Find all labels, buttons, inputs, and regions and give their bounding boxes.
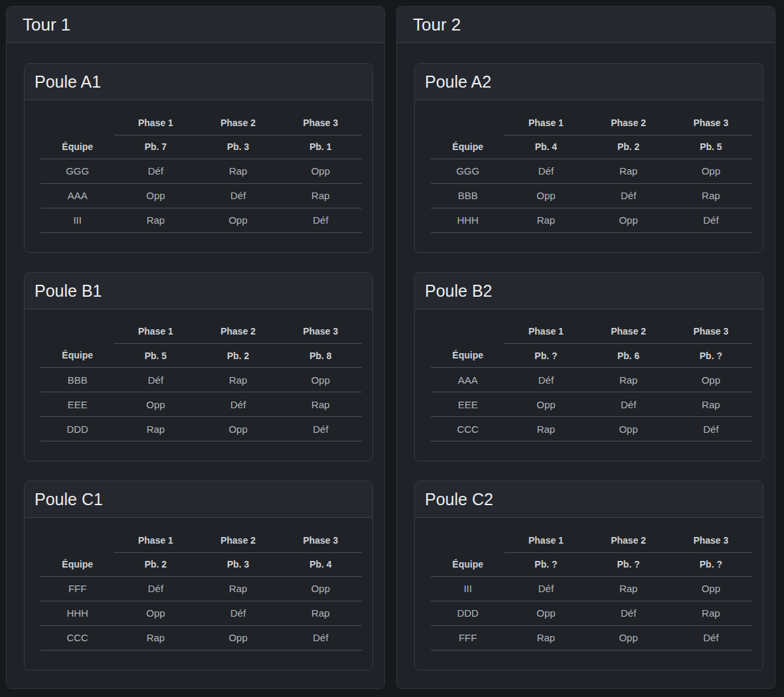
phase-cell: Rap xyxy=(279,392,362,417)
phase-cell: Opp xyxy=(670,368,752,392)
phase-cell: Déf xyxy=(279,208,362,232)
tour-panel-1: Tour 1 Poule A1 Phase 1 Phase 2 Phase 3 xyxy=(6,6,385,689)
phase-header-cell: Phase 1 xyxy=(505,111,587,135)
table-row: BBB Opp Déf Rap xyxy=(431,183,752,208)
phase-cell: Opp xyxy=(588,625,670,650)
phase-cell: Déf xyxy=(197,392,279,417)
phase-cell: Rap xyxy=(670,183,752,208)
tour-body: Poule A2 Phase 1 Phase 2 Phase 3 xyxy=(397,43,775,689)
equipe-header-cell: Équipe xyxy=(40,135,114,159)
table-row: CCC Rap Opp Déf xyxy=(40,625,362,650)
tour-title: Tour 1 xyxy=(23,14,368,35)
equipe-header-cell: Équipe xyxy=(40,552,114,576)
poule-card-header: Poule A2 xyxy=(415,64,763,100)
poule-card-c2: Poule C2 Phase 1 Phase 2 Phase 3 xyxy=(414,481,763,670)
team-cell: HHH xyxy=(431,208,505,232)
table-row: III Déf Rap Opp xyxy=(431,576,752,601)
tour-header: Tour 2 xyxy=(397,7,775,43)
table-row: DDD Opp Déf Rap xyxy=(431,601,752,625)
team-cell: BBB xyxy=(431,183,505,208)
team-cell: EEE xyxy=(431,392,505,417)
poule-title: Poule C1 xyxy=(35,489,362,510)
empty-header-cell xyxy=(431,320,505,344)
phase-cell: Rap xyxy=(588,368,670,392)
pb-header-cell: Pb. 8 xyxy=(279,344,362,368)
team-cell: EEE xyxy=(40,392,114,417)
schedule-table: Phase 1 Phase 2 Phase 3 Équipe Pb. ? Pb.… xyxy=(431,320,752,442)
pb-header-cell: Pb. 5 xyxy=(114,344,196,368)
phase-cell: Opp xyxy=(279,368,362,392)
equipe-header-cell: Équipe xyxy=(431,552,505,576)
pb-header-cell: Pb. ? xyxy=(670,552,752,576)
table-row: BBB Déf Rap Opp xyxy=(40,368,362,392)
poule-card-c1: Poule C1 Phase 1 Phase 2 Phase 3 xyxy=(24,481,373,670)
phase-cell: Rap xyxy=(279,601,362,625)
pb-header-row: Équipe Pb. 2 Pb. 3 Pb. 4 xyxy=(40,552,362,576)
phase-cell: Opp xyxy=(505,601,587,625)
poule-title: Poule A2 xyxy=(425,71,753,92)
poule-card-a2: Poule A2 Phase 1 Phase 2 Phase 3 xyxy=(414,63,763,253)
equipe-header-cell: Équipe xyxy=(431,135,505,159)
pb-header-row: Équipe Pb. 4 Pb. 2 Pb. 5 xyxy=(431,135,752,159)
phase-header-cell: Phase 2 xyxy=(588,111,670,135)
phase-header-cell: Phase 1 xyxy=(505,528,587,552)
phase-cell: Déf xyxy=(505,368,587,392)
poule-card-header: Poule B1 xyxy=(25,273,372,309)
phase-cell: Rap xyxy=(505,208,587,232)
table-row: FFF Rap Opp Déf xyxy=(431,625,752,650)
tour-panel-2: Tour 2 Poule A2 Phase 1 Phase 2 Phase 3 xyxy=(396,6,775,689)
team-cell: III xyxy=(431,576,505,601)
team-cell: FFF xyxy=(40,576,114,601)
phase-cell: Opp xyxy=(505,183,587,208)
empty-header-cell xyxy=(40,320,114,344)
phase-cell: Rap xyxy=(197,159,279,183)
phase-cell: Déf xyxy=(588,601,670,625)
team-cell: BBB xyxy=(40,368,114,392)
pb-header-cell: Pb. 2 xyxy=(197,344,279,368)
team-cell: HHH xyxy=(40,601,114,625)
equipe-header-cell: Équipe xyxy=(431,344,505,368)
table-row: GGG Déf Rap Opp xyxy=(431,159,752,183)
empty-header-cell xyxy=(40,528,114,552)
pb-header-cell: Pb. ? xyxy=(505,552,587,576)
schedule-table: Phase 1 Phase 2 Phase 3 Équipe Pb. ? Pb.… xyxy=(431,528,752,651)
pb-header-cell: Pb. 2 xyxy=(588,135,670,159)
phase-cell: Opp xyxy=(588,208,670,232)
pb-header-cell: Pb. 6 xyxy=(588,344,670,368)
phase-header-row: Phase 1 Phase 2 Phase 3 xyxy=(431,320,752,344)
table-row: III Rap Opp Déf xyxy=(40,208,362,232)
phase-cell: Déf xyxy=(588,183,670,208)
table-row: CCC Rap Opp Déf xyxy=(431,417,752,441)
team-cell: DDD xyxy=(431,601,505,625)
phase-cell: Déf xyxy=(279,417,362,441)
table-row: AAA Opp Déf Rap xyxy=(40,183,362,208)
table-row: EEE Opp Déf Rap xyxy=(431,392,752,417)
phase-cell: Opp xyxy=(114,183,196,208)
empty-header-cell xyxy=(40,111,114,135)
phase-cell: Opp xyxy=(670,159,752,183)
phase-cell: Opp xyxy=(197,417,279,441)
phase-cell: Rap xyxy=(114,625,196,650)
phase-cell: Rap xyxy=(670,601,752,625)
poule-card-header: Poule C1 xyxy=(25,481,372,518)
schedule-table: Phase 1 Phase 2 Phase 3 Équipe Pb. 4 Pb.… xyxy=(431,111,752,233)
phase-header-cell: Phase 3 xyxy=(279,320,362,344)
phase-cell: Rap xyxy=(588,576,670,601)
poule-title: Poule C2 xyxy=(425,489,753,510)
phase-header-cell: Phase 1 xyxy=(114,320,196,344)
phase-header-cell: Phase 2 xyxy=(197,528,279,552)
phase-header-cell: Phase 3 xyxy=(279,528,362,552)
page: Tour 1 Poule A1 Phase 1 Phase 2 Phase 3 xyxy=(0,0,784,697)
table-row: FFF Déf Rap Opp xyxy=(40,576,362,601)
poule-title: Poule B1 xyxy=(35,280,362,301)
poule-card-b1: Poule B1 Phase 1 Phase 2 Phase 3 xyxy=(24,272,373,462)
phase-cell: Opp xyxy=(197,208,279,232)
phase-cell: Déf xyxy=(670,208,752,232)
phase-cell: Déf xyxy=(588,392,670,417)
phase-cell: Déf xyxy=(670,417,752,441)
phase-cell: Opp xyxy=(114,392,196,417)
equipe-header-cell: Équipe xyxy=(40,344,114,368)
phase-header-row: Phase 1 Phase 2 Phase 3 xyxy=(40,111,362,135)
phase-cell: Opp xyxy=(114,601,196,625)
pb-header-cell: Pb. ? xyxy=(505,344,587,368)
